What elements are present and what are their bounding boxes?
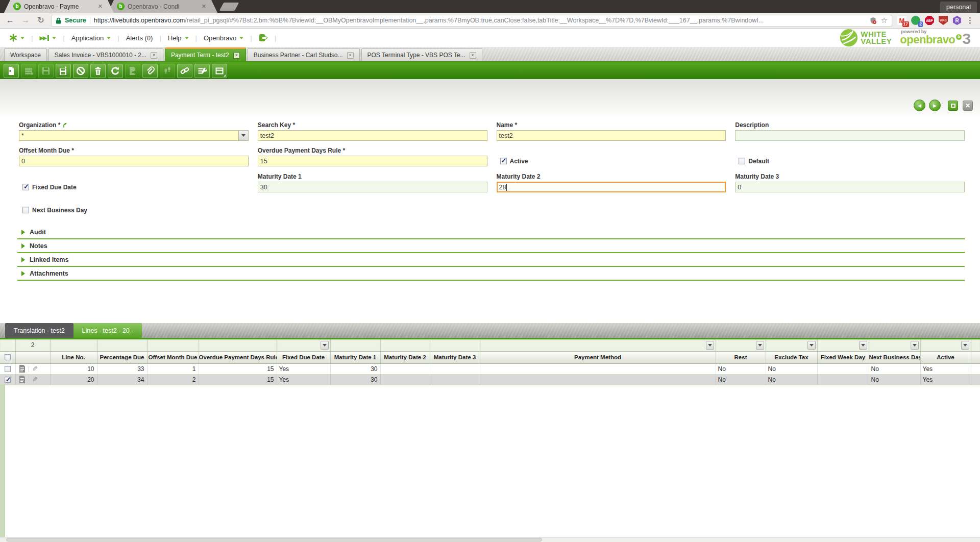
section-audit[interactable]: Audit [17, 227, 965, 239]
filter-dropdown-button[interactable] [756, 341, 764, 350]
maturity-date-1-input[interactable] [258, 182, 487, 192]
default-checkbox[interactable] [739, 158, 745, 164]
combo-dropdown-button[interactable] [238, 131, 248, 140]
header-fixed-week-day[interactable]: Fixed Week Day [817, 351, 869, 363]
logout-button[interactable] [257, 33, 270, 43]
cell-rest[interactable]: No [716, 374, 766, 385]
open-record-icon[interactable] [19, 365, 26, 373]
new-row-button[interactable] [21, 64, 36, 78]
horizontal-scrollbar[interactable] [0, 537, 980, 542]
browser-profile-chip[interactable]: personal [940, 2, 977, 13]
cell-offset-month-due[interactable]: 2 [147, 374, 199, 385]
cell-maturity-date-2[interactable] [380, 363, 430, 374]
cell-fixed-week-day[interactable] [817, 374, 869, 385]
filter-dropdown-button[interactable] [706, 341, 714, 350]
filter-cell-offset-month-due[interactable] [147, 339, 199, 351]
cell-payment-method[interactable] [480, 374, 716, 385]
cell-overdue-payment-days-rule[interactable]: 15 [199, 374, 277, 385]
close-icon[interactable]: x [151, 52, 157, 59]
header-maturity-date-2[interactable]: Maturity Date 2 [380, 351, 430, 363]
cell-fixed-due-date[interactable]: Yes [277, 363, 330, 374]
delete-button[interactable] [90, 64, 106, 78]
filter-cell-line-no[interactable] [50, 339, 97, 351]
section-linked-items[interactable]: Linked Items [17, 254, 965, 267]
r-extension-icon[interactable]: R [952, 16, 962, 25]
edit-pencil-icon[interactable]: ✎ [32, 365, 38, 372]
filter-cell-maturity-date-2[interactable] [380, 339, 430, 351]
fixed-due-date-checkbox[interactable] [22, 184, 29, 190]
header-maturity-date-3[interactable]: Maturity Date 3 [430, 351, 480, 363]
export-button[interactable] [125, 64, 140, 78]
cell-rest[interactable]: No [716, 363, 766, 374]
child-tab-translation[interactable]: Translation - test2 [5, 323, 74, 338]
grid-row-1[interactable]: ✎ 10 33 1 15 Yes 30 No No No Yes [0, 363, 980, 374]
new-record-button[interactable]: * [4, 64, 19, 78]
cell-next-business-day[interactable]: No [869, 374, 920, 385]
close-tab-icon[interactable]: ✕ [201, 3, 207, 10]
undo-button[interactable] [73, 64, 88, 78]
shield-extension-icon[interactable]: WA3 [939, 16, 948, 25]
cell-maturity-date-1[interactable]: 30 [330, 363, 380, 374]
filter-cell-exclude-tax[interactable] [766, 339, 817, 351]
filter-dropdown-button[interactable] [911, 341, 919, 350]
header-next-business-day[interactable]: Next Business Day [869, 351, 920, 363]
window-tab-business-partner[interactable]: Business Partner - Carl Studso... x [248, 48, 360, 61]
window-tab-pos-terminal-type[interactable]: POS Terminal Type - VBS POS Te... x [361, 48, 482, 61]
next-business-day-checkbox[interactable] [22, 207, 29, 213]
header-maturity-date-1[interactable]: Maturity Date 1 [330, 351, 380, 363]
header-offset-month-due[interactable]: Offset Month Due [147, 351, 199, 363]
new-tab-button[interactable] [219, 3, 239, 11]
header-overdue-payment-days-rule[interactable]: Overdue Payment Days Rule [199, 351, 277, 363]
cell-fixed-due-date[interactable]: Yes [277, 374, 330, 385]
close-form-button[interactable]: ✕ [963, 101, 973, 111]
workspace-menu-button[interactable] [7, 33, 27, 43]
cell-overdue-payment-days-rule[interactable]: 15 [199, 363, 277, 374]
organization-combo[interactable]: * [19, 130, 249, 141]
cell-exclude-tax[interactable]: No [766, 374, 817, 385]
select-all-checkbox[interactable] [5, 354, 11, 360]
header-fixed-due-date[interactable]: Fixed Due Date [277, 351, 330, 363]
filter-cell-next-business-day[interactable] [869, 339, 920, 351]
section-attachments[interactable]: Attachments [17, 268, 965, 281]
row-checkbox[interactable] [5, 377, 11, 383]
filter-cell-checkbox[interactable] [0, 339, 15, 351]
name-input[interactable] [497, 130, 726, 141]
link-button[interactable] [177, 64, 192, 78]
menu-help[interactable]: Help [166, 33, 191, 43]
cell-line-no[interactable]: 10 [50, 363, 97, 374]
close-icon[interactable]: x [347, 52, 354, 59]
search-key-input[interactable] [258, 130, 487, 141]
browser-menu-icon[interactable]: ⋮ [966, 16, 974, 25]
save-button[interactable] [38, 64, 54, 78]
section-notes[interactable]: Notes [17, 240, 965, 253]
tools-button[interactable] [194, 64, 210, 78]
filter-cell-maturity-date-1[interactable] [330, 339, 380, 351]
overdue-payment-days-rule-input[interactable] [258, 156, 487, 166]
filter-cell-maturity-date-3[interactable] [430, 339, 480, 351]
close-icon[interactable]: x [233, 52, 240, 59]
chat-extension-icon[interactable]: 2 [911, 16, 920, 25]
attachment-button[interactable] [142, 64, 158, 78]
menu-application[interactable]: Application [69, 33, 113, 43]
filter-cell-overdue-payment-days-rule[interactable] [199, 339, 277, 351]
cell-fixed-week-day[interactable] [817, 363, 869, 374]
filter-cell-payment-method[interactable] [480, 339, 716, 351]
browser-tab-conditions[interactable]: b Openbravo - Condi ✕ [108, 0, 217, 13]
filter-dropdown-button[interactable] [859, 341, 867, 350]
offset-month-due-input[interactable] [19, 156, 249, 166]
cell-maturity-date-2[interactable] [380, 374, 430, 385]
header-active[interactable]: Active [920, 351, 971, 363]
forward-icon[interactable]: → [20, 16, 31, 24]
url-input[interactable]: Secure https://livebuilds.openbravo.com/… [51, 15, 892, 27]
window-tab-sales-invoice[interactable]: Sales Invoice - VBS1000010 - 2... x [48, 48, 163, 61]
filter-cell-fixed-due-date[interactable] [277, 339, 330, 351]
header-line-no[interactable]: Line No. [50, 351, 97, 363]
edit-pencil-icon[interactable]: ✎ [32, 376, 38, 383]
cell-offset-month-due[interactable]: 1 [147, 363, 199, 374]
bookmark-star-icon[interactable]: ☆ [881, 16, 888, 25]
recent-views-menu-button[interactable]: ▶▶ [37, 34, 58, 42]
maximize-button[interactable] [948, 101, 958, 111]
window-tab-workspace[interactable]: Workspace [4, 48, 47, 61]
browser-tab-payment-term[interactable]: b Openbravo - Payme ✕ [4, 0, 114, 13]
cell-exclude-tax[interactable]: No [766, 363, 817, 374]
